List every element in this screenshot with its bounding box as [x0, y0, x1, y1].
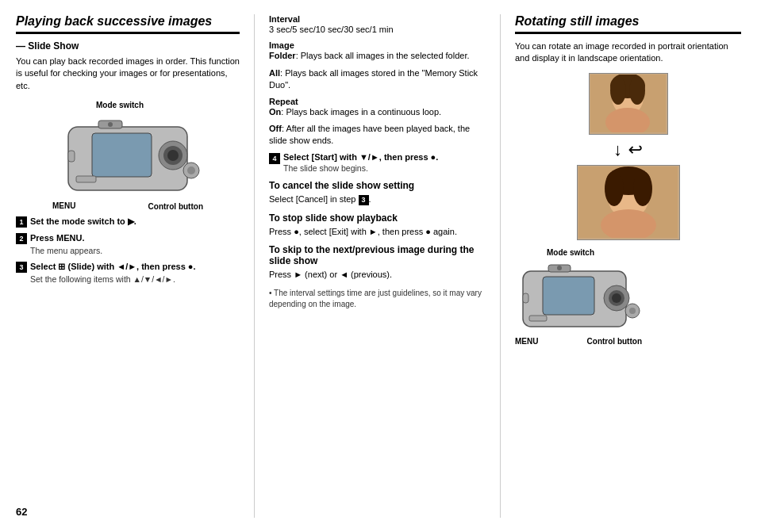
mode-switch-label: Mode switch — [96, 101, 144, 109]
rotation-arrows: ↓ ↪ — [613, 140, 643, 160]
right-camera-diagram: Mode switch — [515, 248, 741, 346]
interval-value: 3 sec/5 sec/10 sec/30 sec/1 min — [269, 24, 486, 36]
action2-text: Press ●, select [Exit] with ►, then pres… — [269, 226, 486, 238]
repeat-label: Repeat — [269, 97, 486, 106]
step-4-num: 4 — [269, 153, 280, 164]
svg-rect-7 — [68, 151, 75, 162]
svg-rect-30 — [523, 293, 528, 303]
step-3: 3 Select ⊞ (Slide) with ◄/►, then press … — [16, 261, 240, 285]
rotation-images: ↓ ↪ — [515, 73, 741, 240]
svg-point-27 — [612, 293, 621, 303]
action2-heading: To stop slide show playback — [269, 212, 486, 224]
camera-diagram: Mode switch — [16, 100, 240, 211]
step-2-num: 2 — [16, 233, 27, 244]
right-section-title: Rotating still images — [515, 14, 741, 34]
action1-text: Select [Cancel] in step 3. — [269, 193, 486, 205]
repeat-on: On: Plays back images in a continuous lo… — [269, 106, 486, 118]
note-text: • The interval settings time are just gu… — [269, 288, 486, 310]
image-block: Image Folder: Plays back all images in t… — [269, 40, 486, 91]
svg-point-29 — [557, 266, 562, 270]
portrait-photo — [589, 73, 668, 135]
action1-heading: To cancel the slide show setting — [269, 180, 486, 191]
svg-point-32 — [629, 308, 636, 314]
landscape-photo — [577, 165, 680, 240]
step-2: 2 Press MENU. The menu appears. — [16, 232, 240, 257]
left-section-title: Playing back successive images — [16, 14, 240, 34]
rotate-arrow: ↪ — [628, 140, 643, 160]
middle-column: Interval 3 sec/5 sec/10 sec/30 sec/1 min… — [254, 14, 500, 518]
step-1-num: 1 — [16, 216, 27, 228]
step-2-text: Press MENU. The menu appears. — [30, 232, 102, 257]
camera-svg — [52, 111, 203, 198]
right-menu-label: MENU — [515, 337, 538, 346]
svg-point-15 — [610, 76, 626, 105]
image-folder: Folder: Plays back all images in the sel… — [269, 50, 486, 62]
right-column: Rotating still images You can rotate an … — [500, 14, 741, 518]
down-arrow: ↓ — [613, 140, 622, 160]
step-4-text: Select [Start] with ▼/►, then press ●. T… — [283, 152, 438, 174]
image-label: Image — [269, 40, 486, 50]
step-2-sub: The menu appears. — [30, 246, 102, 257]
step-3-sub: Set the following items with ▲/▼/◄/►. — [30, 274, 196, 285]
page-number: 62 — [16, 506, 27, 518]
step-4-sub: The slide show begins. — [283, 163, 438, 174]
svg-point-9 — [187, 166, 195, 174]
step-1: 1 Set the mode switch to ▶. — [16, 216, 240, 228]
step-3-num: 3 — [16, 262, 27, 273]
action3-text: Press ► (next) or ◄ (previous). — [269, 269, 486, 281]
svg-point-16 — [629, 76, 645, 105]
control-button-label: Control button — [148, 202, 203, 211]
svg-rect-1 — [92, 133, 152, 177]
steps-list: 1 Set the mode switch to ▶. 2 Press MENU… — [16, 216, 240, 285]
svg-point-6 — [108, 122, 113, 127]
subsection-title: — Slide Show — [16, 40, 240, 52]
step-4: 4 Select [Start] with ▼/►, then press ●.… — [269, 152, 486, 174]
interval-block: Interval 3 sec/5 sec/10 sec/30 sec/1 min — [269, 14, 486, 36]
left-column: Playing back successive images — Slide S… — [16, 14, 254, 518]
image-all: All: Plays back all images stored in the… — [269, 67, 486, 92]
menu-label: MENU — [52, 201, 75, 210]
svg-rect-24 — [543, 277, 594, 315]
action3-heading: To skip to the next/previous image durin… — [269, 244, 486, 266]
svg-rect-10 — [76, 176, 96, 182]
right-camera-svg — [515, 258, 642, 334]
svg-point-22 — [633, 171, 652, 206]
svg-point-21 — [605, 171, 624, 206]
right-control-label: Control button — [587, 337, 642, 346]
intro-text: You can play back recorded images in ord… — [16, 55, 240, 92]
svg-rect-33 — [529, 316, 547, 321]
right-intro: You can rotate an image recorded in port… — [515, 40, 741, 65]
interval-label: Interval — [269, 14, 486, 24]
right-mode-switch-label: Mode switch — [547, 248, 594, 257]
step-1-text: Set the mode switch to ▶. — [30, 216, 136, 228]
svg-point-4 — [167, 150, 179, 161]
repeat-off: Off: After all the images have been play… — [269, 123, 486, 147]
step-3-text: Select ⊞ (Slide) with ◄/►, then press ●.… — [30, 261, 196, 285]
repeat-block: Repeat On: Plays back images in a contin… — [269, 97, 486, 147]
